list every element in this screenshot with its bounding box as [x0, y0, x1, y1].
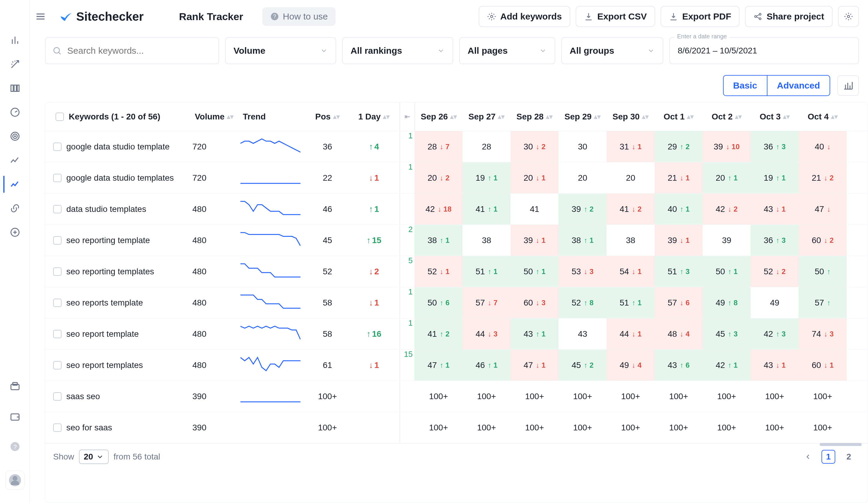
keyword-cell[interactable]: seo reports template: [66, 297, 193, 308]
keyword-cell[interactable]: data studio templates: [66, 204, 193, 214]
row-checkbox[interactable]: [53, 236, 62, 245]
settings-button[interactable]: [838, 6, 859, 27]
date-cell: 100+: [414, 412, 463, 443]
col-1day[interactable]: 1 Day▴▾: [349, 112, 400, 122]
filter-volume[interactable]: Volume: [225, 37, 336, 64]
filter-date-range[interactable]: Enter a date range 8/6/2021 – 10/5/2021: [669, 37, 859, 64]
page-prev[interactable]: [801, 450, 815, 464]
nav-speed[interactable]: [7, 104, 23, 121]
export-csv-button[interactable]: Export CSV: [576, 6, 655, 27]
nav-links[interactable]: [7, 200, 23, 217]
row-checkbox[interactable]: [53, 299, 62, 307]
date-scroll-handle[interactable]: ⇤: [400, 102, 414, 131]
search-keywords[interactable]: [45, 37, 219, 64]
nav-target[interactable]: [7, 128, 23, 145]
table-row: google data studio template72036↑4128↓ 7…: [45, 131, 868, 162]
date-cell: 53↓ 3: [559, 256, 607, 287]
horizontal-scrollbar[interactable]: [820, 443, 862, 446]
page-2[interactable]: 2: [842, 450, 856, 464]
edge-cell: 2: [400, 225, 414, 256]
date-cell: 52↓ 1: [414, 256, 463, 287]
pos-cell: 58: [307, 298, 349, 308]
nav-trends[interactable]: [7, 152, 23, 169]
col-date[interactable]: Oct 1▴▾: [654, 112, 703, 122]
nav-magic[interactable]: [7, 56, 23, 73]
col-volume[interactable]: Volume▴▾: [193, 112, 240, 122]
keyword-cell[interactable]: seo reporting template: [66, 235, 193, 246]
keyword-cell[interactable]: google data studio templates: [66, 173, 193, 183]
row-checkbox[interactable]: [53, 392, 62, 401]
date-cell: 100+: [799, 381, 847, 412]
nav-columns[interactable]: [7, 80, 23, 97]
date-cell: 44↓ 3: [463, 318, 510, 349]
nav-help[interactable]: ?: [7, 438, 23, 455]
keyword-cell[interactable]: google data studio template: [66, 141, 193, 152]
sparkline: [240, 263, 300, 278]
col-date[interactable]: Oct 2▴▾: [703, 112, 751, 122]
sparkline: [240, 169, 300, 184]
date-value: 8/6/2021 – 10/5/2021: [669, 37, 859, 64]
svg-point-6: [14, 136, 15, 137]
chevron-down-icon: [647, 47, 655, 55]
share-project-button[interactable]: Share project: [745, 6, 833, 27]
pos-cell: 45: [307, 236, 349, 245]
page-1[interactable]: 1: [822, 450, 835, 464]
brand-logo[interactable]: Sitechecker: [60, 10, 144, 23]
nav-widget[interactable]: [7, 378, 23, 395]
search-input[interactable]: [67, 45, 212, 56]
row-checkbox[interactable]: [53, 423, 62, 432]
date-cell: 57↑: [799, 287, 847, 318]
col-date[interactable]: Sep 28▴▾: [510, 112, 559, 122]
keyword-cell[interactable]: seo report templates: [66, 360, 193, 370]
menu-toggle[interactable]: [30, 10, 51, 22]
select-all-checkbox[interactable]: [55, 113, 64, 121]
row-checkbox[interactable]: [53, 143, 62, 151]
filter-rankings[interactable]: All rankings: [342, 37, 453, 64]
date-cell: 21↓ 2: [799, 162, 847, 193]
col-date[interactable]: Sep 27▴▾: [463, 112, 510, 122]
user-avatar[interactable]: [6, 471, 24, 490]
trend-cell: [240, 201, 307, 218]
tab-advanced[interactable]: Advanced: [767, 76, 829, 95]
row-checkbox[interactable]: [53, 205, 62, 213]
col-trend[interactable]: Trend: [240, 112, 307, 122]
sparkline: [240, 325, 300, 340]
chart-view-toggle[interactable]: [837, 75, 859, 96]
date-cell: 41↑ 1: [463, 194, 510, 225]
row-checkbox[interactable]: [53, 361, 62, 369]
date-cell: 45↑ 3: [703, 318, 751, 349]
nav-wallet[interactable]: [7, 408, 23, 425]
table-row: seo report templates48061↓11547↑ 146↑ 14…: [45, 350, 868, 381]
trend-cell: [240, 263, 307, 280]
keyword-cell[interactable]: seo reporting templates: [66, 266, 193, 277]
date-cell: 38: [607, 225, 654, 256]
col-date[interactable]: Sep 29▴▾: [559, 112, 607, 122]
add-keywords-button[interactable]: Add keywords: [479, 6, 570, 27]
date-cell: 42↑ 3: [751, 318, 799, 349]
nav-rank-tracker[interactable]: [3, 176, 20, 193]
date-cell: 60↓ 2: [799, 225, 847, 256]
table-body: google data studio template72036↑4128↓ 7…: [45, 131, 868, 443]
nav-insights[interactable]: [7, 32, 23, 49]
date-cell: 100+: [799, 412, 847, 443]
col-date[interactable]: Sep 26▴▾: [414, 102, 463, 131]
col-keywords[interactable]: Keywords (1 - 20 of 56): [66, 112, 193, 122]
col-date[interactable]: Oct 4▴▾: [799, 112, 847, 122]
filter-groups[interactable]: All groups: [561, 37, 663, 64]
col-pos[interactable]: Pos▴▾: [307, 112, 349, 122]
keyword-cell[interactable]: seo for saas: [66, 422, 193, 433]
keyword-cell[interactable]: seo report template: [66, 329, 193, 339]
nav-add[interactable]: [7, 224, 23, 241]
filter-pages[interactable]: All pages: [459, 37, 555, 64]
keyword-cell[interactable]: saas seo: [66, 391, 193, 402]
row-checkbox[interactable]: [53, 174, 62, 182]
row-checkbox[interactable]: [53, 330, 62, 338]
col-date[interactable]: Oct 3▴▾: [751, 112, 799, 122]
tab-basic[interactable]: Basic: [724, 76, 767, 95]
page-size-select[interactable]: 20: [79, 450, 108, 464]
chevron-down-icon: [437, 47, 445, 55]
export-pdf-button[interactable]: Export PDF: [661, 6, 740, 27]
col-date[interactable]: Sep 30▴▾: [607, 112, 654, 122]
row-checkbox[interactable]: [53, 267, 62, 276]
how-to-use-button[interactable]: ? How to use: [262, 7, 335, 26]
